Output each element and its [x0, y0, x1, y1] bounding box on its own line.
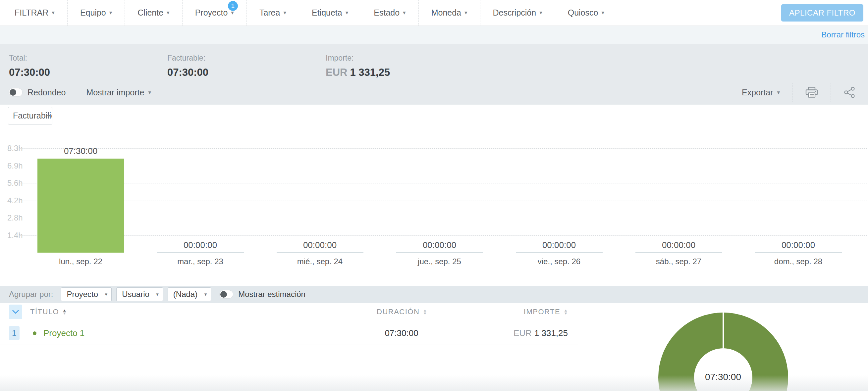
amount-number: 1 331,25 [350, 67, 390, 78]
bar-value-label: 07:30:00 [21, 146, 141, 156]
share-button[interactable] [831, 83, 868, 102]
bar-value-label: 00:00:00 [380, 240, 499, 250]
sort-icon: ▲ ▼ [563, 309, 568, 315]
bar-value-label: 00:00:00 [619, 240, 739, 250]
filter-menu-quiosco[interactable]: Quiosco ▾ [555, 0, 617, 26]
toggle-knob [10, 89, 16, 96]
results-section: TÍTULO ▲ ▼ DURACIÓN ▲ ▼ IMPORTE [0, 303, 868, 391]
day-column: 07:30:00 lun., sep. 22 [21, 142, 141, 265]
filter-menu-etiqueta[interactable]: Etiqueta ▾ [299, 0, 361, 26]
group-select-3[interactable]: (Nada) ▾ [168, 287, 211, 301]
filter-menu-tarea[interactable]: Tarea ▾ [247, 0, 299, 26]
group-select-value: Usuario [122, 290, 149, 299]
filter-menu-filtrar[interactable]: FILTRAR ▾ [2, 0, 68, 26]
amount-value: EUR1 331,25 [326, 67, 484, 78]
sort-down-icon: ▼ [563, 312, 568, 315]
table-header: TÍTULO ▲ ▼ DURACIÓN ▲ ▼ IMPORTE [0, 303, 578, 321]
table-row[interactable]: 1 Proyecto 1 07:30:00 EUR1 331,25 [0, 321, 578, 345]
day-column: 00:00:00 sáb., sep. 27 [619, 142, 739, 265]
chevron-down-icon: ▾ [109, 9, 112, 16]
group-select-1[interactable]: Proyecto ▾ [61, 287, 112, 301]
x-axis-label: vie., sep. 26 [499, 257, 619, 266]
bar-chart-card: Facturabilidad ▾ 8.3h 6.9h 5.6h 4.2h 2.8… [0, 105, 868, 286]
row-currency: EUR [514, 328, 532, 338]
rounding-toggle[interactable] [9, 88, 22, 96]
filter-label: Tarea [259, 8, 280, 18]
print-button[interactable] [793, 83, 831, 102]
chevron-down-icon: ▾ [403, 9, 406, 16]
print-icon [805, 87, 818, 98]
results-table: TÍTULO ▲ ▼ DURACIÓN ▲ ▼ IMPORTE [0, 303, 578, 391]
x-axis-label: lun., sep. 22 [21, 257, 141, 266]
summary-amount: Importe: EUR1 331,25 [326, 54, 484, 78]
header-label: IMPORTE [524, 307, 560, 316]
bar-columns: 07:30:00 lun., sep. 22 00:00:00 mar., se… [21, 142, 858, 265]
filter-label: Quiosco [568, 8, 598, 18]
clear-filters-strip: Borrar filtros [0, 26, 868, 44]
sort-icon: ▲ ▼ [423, 309, 427, 315]
zero-line [755, 252, 842, 253]
day-column: 00:00:00 jue., sep. 25 [380, 142, 499, 265]
filter-menu-equipo[interactable]: Equipo ▾ [68, 0, 125, 26]
toggle-knob [220, 291, 227, 298]
filter-menu-proyecto[interactable]: 1 Proyecto ▾ [183, 0, 247, 26]
filter-label: Etiqueta [312, 8, 342, 18]
summary-section: Total: 07:30:00 Facturable: 07:30:00 Imp… [0, 44, 868, 105]
chevron-down-icon: ▾ [156, 291, 159, 297]
x-axis-label: sáb., sep. 27 [619, 257, 739, 266]
filter-label: Moneda [431, 8, 461, 18]
filter-menu-descripcion[interactable]: Descripción ▾ [480, 0, 555, 26]
chevron-down-icon: ▾ [167, 9, 169, 16]
group-select-2[interactable]: Usuario ▾ [116, 287, 163, 301]
zero-line [516, 252, 602, 253]
x-axis-label: mar., sep. 23 [141, 257, 260, 266]
group-select-value: Proyecto [67, 290, 98, 299]
apply-filter-button[interactable]: APLICAR FILTRO [781, 4, 863, 22]
expand-all-button[interactable] [9, 304, 22, 319]
project-name-link[interactable]: Proyecto 1 [43, 328, 85, 338]
chevron-down-icon: ▾ [148, 89, 151, 96]
zero-line [396, 252, 483, 253]
chevron-down-icon: ▾ [464, 9, 467, 16]
sort-icon: ▲ ▼ [62, 309, 67, 315]
bar[interactable] [37, 159, 124, 253]
chart-mode-label: Facturabilidad [13, 111, 52, 121]
summary-row: Total: 07:30:00 Facturable: 07:30:00 Imp… [0, 44, 868, 78]
column-header-duration[interactable]: DURACIÓN ▲ ▼ [377, 307, 427, 316]
total-value: 07:30:00 [9, 67, 167, 78]
chevron-down-icon: ▾ [105, 291, 108, 297]
report-page: FILTRAR ▾ Equipo ▾ Cliente ▾ 1 Proyecto … [0, 0, 868, 391]
donut-chart-panel: 07:30:00 [578, 303, 868, 391]
chevron-down-icon: ▾ [539, 9, 542, 16]
bar-value-label: 00:00:00 [739, 240, 858, 250]
row-index-badge: 1 [9, 326, 20, 340]
active-filter-count-badge: 1 [228, 1, 238, 11]
bar-value-label: 00:00:00 [260, 240, 380, 250]
filter-menu-moneda[interactable]: Moneda ▾ [419, 0, 480, 26]
show-estimate-toggle[interactable] [220, 290, 233, 298]
show-estimate-label: Mostrar estimación [238, 290, 306, 299]
sort-down-icon: ▼ [62, 312, 67, 315]
row-amount: EUR1 331,25 [514, 328, 568, 338]
chevron-down-icon: ▾ [205, 291, 207, 297]
chart-mode-select[interactable]: Facturabilidad ▾ [8, 107, 52, 125]
filter-menu-cliente[interactable]: Cliente ▾ [125, 0, 182, 26]
chevron-down-icon: ▾ [345, 9, 348, 16]
bar-chart-plot: 8.3h 6.9h 5.6h 4.2h 2.8h 1.4h 07:30:00 l… [0, 142, 868, 265]
x-axis-label: jue., sep. 25 [380, 257, 499, 266]
donut-center-label: 07:30:00 [658, 372, 789, 382]
clear-filters-link[interactable]: Borrar filtros [821, 30, 865, 39]
toolbar-right: Exportar ▾ [729, 83, 868, 102]
x-axis-label: dom., sep. 28 [739, 257, 858, 266]
column-header-amount[interactable]: IMPORTE ▲ ▼ [524, 307, 568, 316]
group-by-label: Agrupar por: [9, 290, 53, 299]
filter-menu-estado[interactable]: Estado ▾ [361, 0, 418, 26]
show-amount-dropdown[interactable]: Mostrar importe ▾ [86, 88, 151, 97]
day-column: 00:00:00 dom., sep. 28 [739, 142, 858, 265]
chevron-down-icon: ▾ [47, 112, 50, 120]
filter-label: Equipo [80, 8, 106, 18]
header-label: DURACIÓN [377, 307, 420, 316]
column-header-title[interactable]: TÍTULO ▲ ▼ [30, 307, 67, 316]
export-dropdown[interactable]: Exportar ▾ [729, 83, 793, 102]
filter-label: FILTRAR [14, 8, 49, 18]
